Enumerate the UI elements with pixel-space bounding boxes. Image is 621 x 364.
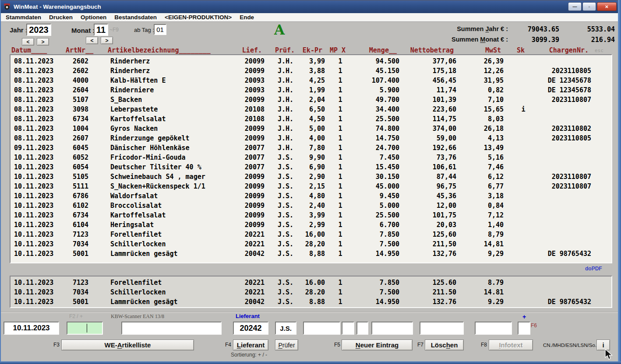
table-row[interactable]: 08.11.20232602Rinderherz20099J.H.3,88145… — [12, 66, 611, 76]
cell-chargen: 2023110807 — [543, 95, 591, 105]
cell-ekpr: 16,00 — [293, 230, 325, 239]
monat-input[interactable]: 11 — [94, 24, 108, 36]
cell-datum: 08.11.2023 — [12, 76, 68, 85]
table-row[interactable]: 10.11.20236104Heringsalat20099J.S.2,9916… — [12, 220, 611, 230]
jahr-input[interactable]: 2023 — [26, 24, 51, 36]
table-row[interactable]: 10.11.20236102Broccolisalat20099J.S.2,40… — [12, 201, 611, 210]
cell-artnr: 6734 — [68, 114, 88, 124]
cell-sp — [88, 278, 102, 287]
table-row[interactable]: 10.11.20237123Forellenfilet20221J.S.16,0… — [12, 230, 611, 239]
cell-netto: 87,44 — [399, 172, 456, 182]
menu-stammdaten[interactable]: Stammdaten — [2, 14, 45, 21]
menu-bestandsdaten[interactable]: Bestandsdaten — [110, 14, 161, 21]
cell-sk — [504, 278, 543, 287]
cell-artnr: 7034 — [68, 287, 88, 297]
cell-lief: 20099 — [234, 210, 265, 220]
cell-chargen — [543, 287, 591, 297]
loeschen-button[interactable]: Löschen — [425, 340, 464, 350]
cell-artikel: Artikelbezeichnung________ — [99, 47, 231, 54]
pruefer-input[interactable]: J.S. — [275, 322, 296, 335]
monat-prev-button[interactable]: < — [86, 37, 98, 44]
table-row[interactable]: 10.11.20237034Schillerlocken20221J.S.28.… — [12, 287, 611, 297]
title-bar[interactable]: WinMeat - Wareneingangsbuch — ▫ ✕ — [0, 0, 621, 13]
entry-field-4[interactable] — [371, 322, 413, 335]
jahr-next-button[interactable]: > — [37, 38, 49, 46]
summen-jahr-netto-value: 79043.65 — [502, 25, 559, 33]
jahr-prev-button[interactable]: < — [22, 38, 34, 46]
window-frame-right[interactable] — [618, 0, 621, 364]
table-row[interactable]: 10.11.20237034Schillerlocken20221J.S.28,… — [12, 239, 611, 249]
close-button-icon[interactable]: ✕ — [597, 2, 617, 11]
cell-datum: 10.11.2023 — [12, 287, 68, 297]
entry-field-3[interactable] — [356, 322, 368, 335]
table-row[interactable]: 10.11.20235111S_Nacken+Rückenspeck 1/120… — [12, 182, 611, 191]
scanner-label: KBW-Scanner EAN 13/8 — [111, 313, 164, 320]
artnr-scan-input[interactable] — [67, 322, 103, 335]
table-row[interactable]: 08.11.20232607Rinderzunge gepökelt20099J… — [12, 133, 611, 143]
menu-ende[interactable]: Ende — [236, 14, 258, 21]
cell-mwst: 0,84 — [456, 201, 504, 210]
table-row[interactable]: 08.11.20232604Rinderniere20093J.H.1,9915… — [12, 85, 611, 95]
table-row[interactable]: 10.11.20236786Waldorfsalat20099J.S.4,801… — [12, 191, 611, 201]
cell-mp: 1 — [325, 95, 356, 105]
plus-label: + — [522, 313, 526, 320]
infotext-button[interactable]: Infotext — [489, 340, 533, 350]
cell-artnr: 1004 — [68, 124, 88, 133]
entry-field-6[interactable] — [475, 322, 512, 335]
restore-button-icon[interactable]: ▫ — [582, 2, 596, 11]
table-row[interactable]: 09.11.20236045Dänischer Höhlenkäse20077J… — [12, 143, 611, 153]
table-row[interactable]: 08.11.20232602Rinderherz20099J.H.3,99194… — [12, 56, 611, 66]
table-row[interactable]: 10.11.20236734Kartoffelsalat20099J.S.3,9… — [12, 210, 611, 220]
table-row[interactable]: 08.11.20233098Leberpastete20108J.H.6,501… — [12, 105, 611, 114]
entry-field-2[interactable] — [342, 322, 354, 335]
cell-sk — [504, 114, 543, 124]
cell-chargen: DE 98765432 — [543, 297, 591, 307]
cell-chargen — [543, 278, 591, 287]
cell-chargen — [543, 162, 591, 172]
cell-sp — [88, 124, 102, 133]
lieferant-input[interactable]: 20242 — [233, 322, 268, 335]
monat-next-button[interactable]: > — [101, 37, 113, 44]
cell-datum: 08.11.2023 — [12, 56, 68, 66]
pruefer-button[interactable]: Prüfer — [275, 340, 298, 350]
datum-input[interactable]: 10.11.2023 — [4, 322, 59, 335]
cell-pruef: J.H. — [265, 105, 293, 114]
table-row[interactable]: 10.11.20235001Lammrücken gesägt20042J.S.… — [12, 297, 611, 307]
menu-optionen[interactable]: Optionen — [77, 14, 110, 21]
neuer-eintrag-button[interactable]: Neuer Eintrag — [342, 340, 413, 350]
cell-sk — [504, 239, 543, 249]
cell-netto: 11,74 — [399, 85, 456, 95]
menu-eigen-produktion[interactable]: <EIGEN-PRODUKTION> — [161, 14, 236, 21]
entry-field-f6[interactable] — [518, 322, 530, 335]
cell-netto: 175,18 — [399, 66, 456, 76]
table-row[interactable]: 10.11.20236052Fricodor-Mini-Gouda20077J.… — [12, 153, 611, 162]
cell-artnr: 6734 — [68, 210, 88, 220]
cell-sp — [88, 133, 102, 143]
menu-drucken[interactable]: Drucken — [45, 14, 77, 21]
table-row[interactable]: 10.11.20236054Deutscher Tilsiter 40 %200… — [12, 162, 611, 172]
ean-scanner-input[interactable] — [121, 322, 222, 335]
cell-chargen: 2023110805 — [543, 66, 591, 76]
cell-menge: 45.000 — [356, 182, 399, 191]
cell-datum: 08.11.2023 — [12, 66, 68, 76]
table-row[interactable]: 10.11.20235001Lammrücken gesägt20042J.S.… — [12, 249, 611, 259]
cell-artnr: 2607 — [68, 133, 88, 143]
we-artikelliste-button[interactable]: WE-Artikelliste — [61, 340, 194, 350]
abtag-input[interactable]: 01 — [154, 24, 166, 35]
table-row[interactable]: 08.11.20236734Kartoffelsalat20108J.H.4,5… — [12, 114, 611, 124]
minimize-button-icon[interactable]: — — [568, 2, 582, 11]
table-row[interactable]: 10.11.20235105Schweinebauch S4 , mager20… — [12, 172, 611, 182]
f2-hint-label: F2 / + — [69, 313, 83, 319]
cell-datum: 08.11.2023 — [12, 124, 68, 133]
cell-mwst: 9.29 — [456, 297, 504, 307]
f8-label: F8 — [481, 342, 487, 348]
table-row[interactable]: 08.11.20234000Kalb-Hälften E20093J.H.4,2… — [12, 76, 611, 85]
lieferant-button[interactable]: Lieferant — [233, 340, 268, 350]
table-row[interactable]: 10.11.20237123Forellenfilet20221J.S.16.0… — [12, 278, 611, 287]
table-row[interactable]: 08.11.20231004Gyros Nacken20099J.H.5,001… — [12, 124, 611, 133]
cell-mwst: 14,81 — [456, 239, 504, 249]
window-frame-bottom[interactable] — [0, 361, 621, 364]
entry-field-1[interactable] — [303, 322, 340, 335]
table-row[interactable]: 08.11.20235107S_Backen20099J.H.2,04149.7… — [12, 95, 611, 105]
entry-field-5[interactable] — [420, 322, 464, 335]
